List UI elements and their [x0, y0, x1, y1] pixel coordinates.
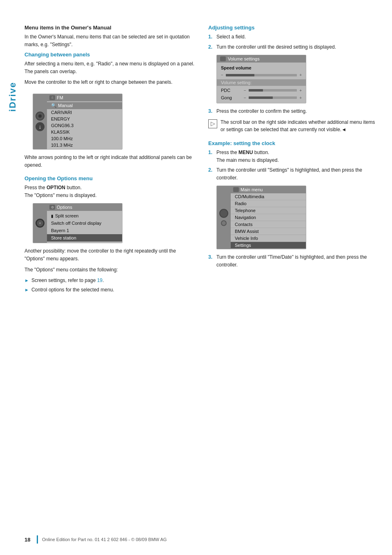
footer-text: Online Edition for Part no. 01 41 2 602 … — [42, 537, 167, 542]
changing-panels-text3: White arrows pointing to the left or rig… — [24, 154, 196, 169]
options-right-panel: ⚙ Options ▮ Split screen Switch off Cont… — [47, 204, 122, 243]
gong-bar-fill — [249, 96, 273, 99]
page-number: 18 — [24, 537, 37, 543]
speed-volume-bar-row: − + — [217, 72, 306, 78]
adjusting-step-1: 1. Select a field. — [208, 33, 380, 41]
main-row-settings: Settings — [231, 242, 306, 249]
step-num-2: 2. — [208, 43, 214, 51]
volume-setting-header: Volume setting: — [217, 79, 306, 86]
speed-vol-bar-bg — [226, 74, 297, 76]
fm-row-100mhz: 100.0 MHz — [47, 135, 122, 142]
clock-step-1: 1. Press the MENU button.The main menu i… — [208, 149, 380, 164]
options-bullet-list: ► Screen settings, refer to page 19. ► C… — [24, 277, 196, 293]
changing-panels-text1: After selecting a menu item, e.g. "Radio… — [24, 60, 196, 75]
fm-down-arrow: ↓ — [36, 122, 45, 131]
main-row-contacts: Contacts — [231, 221, 306, 228]
sidebar-label: iDrive — [7, 82, 18, 112]
fm-row-manual: 🔍 Manual — [47, 102, 122, 109]
fm-row-carivari: CARIVARI — [47, 109, 122, 116]
adjusting-step-3-list: 3. Press the controller to confirm the s… — [208, 107, 380, 115]
options-row-split: ▮ Split screen — [47, 212, 122, 219]
main-row-vehicle: Vehicle Info — [231, 235, 306, 242]
adjusting-step-3: 3. Press the controller to confirm the s… — [208, 107, 380, 115]
left-column: Menu items in the Owner's Manual In the … — [24, 25, 196, 296]
plus-pdc: + — [299, 88, 302, 93]
options-icon: ⚙ — [49, 205, 55, 210]
main-row-radio: Radio — [231, 200, 306, 207]
options-body: ▮ Split screen Switch off Control displa… — [47, 211, 122, 243]
scroll-arrow-icon: ▷ — [211, 119, 215, 128]
minus-gong: − — [244, 96, 246, 100]
clock-step-num-3: 3. — [208, 253, 214, 269]
fm-row-klassik: KLASSIK — [47, 129, 122, 135]
clock-step-3-list: 3. Turn the controller until "Time/Date"… — [208, 253, 380, 269]
clock-step-2: 2. Turn the controller until "Settings" … — [208, 166, 380, 181]
main-right-panel: Main menu CD/Multimedia Radio Telephone … — [231, 186, 306, 249]
options-bullet-2-text: Control options for the selected menu. — [31, 286, 114, 294]
clock-step-num-1: 1. — [208, 149, 214, 164]
options-controller-left — [33, 204, 47, 243]
gong-row: Gong − + — [217, 94, 306, 101]
section-heading-changing-panels: Changing between panels — [24, 51, 196, 58]
main-header: Main menu — [231, 186, 306, 193]
vol-header-label: Volume settings — [228, 56, 260, 61]
options-knob — [36, 219, 45, 228]
scroll-box: ▷ — [208, 119, 217, 128]
clock-step-text-3: Turn the controller until "Time/Date" is… — [216, 253, 380, 269]
main-left-inner — [219, 186, 228, 249]
fm-controller-left: ↓ — [33, 94, 47, 149]
main-knob — [219, 209, 228, 218]
arrow-icon-2: ► — [24, 286, 29, 294]
options-row-store: Store station — [47, 234, 122, 242]
clock-step-text-2: Turn the controller until "Settings" is … — [216, 166, 380, 181]
page-footer: 18 Online Edition for Part no. 01 41 2 6… — [0, 535, 392, 544]
fm-icon: ♫ — [49, 95, 55, 100]
page-19-link[interactable]: 19 — [97, 278, 102, 283]
main-header-label: Main menu — [241, 187, 263, 192]
main-row-telephone: Telephone — [231, 207, 306, 214]
pdc-bar-fill — [249, 89, 263, 92]
section-heading-menu-items: Menu items in the Owner's Manual — [24, 25, 196, 31]
minus-sign-speed: − — [221, 73, 223, 77]
adjusting-steps-1-2: 1. Select a field. 2. Turn the controlle… — [208, 33, 380, 51]
footer-bar — [37, 535, 38, 544]
scroll-indicator: ▷ The scroll bar on the right side indic… — [208, 119, 380, 134]
main-row-navigation: Navigation — [231, 214, 306, 221]
step-text-2: Turn the controller until the desired se… — [216, 43, 336, 51]
fm-row-101mhz: 101.3 MHz — [47, 142, 122, 148]
clock-step-num-2: 2. — [208, 166, 214, 181]
options-row-bayern: Bayern 1 — [47, 227, 122, 234]
minus-pdc: − — [244, 88, 246, 93]
pdc-bar-bg — [249, 89, 297, 92]
vol-header: Volume settings — [217, 55, 306, 63]
clock-step-3: 3. Turn the controller until "Time/Date"… — [208, 253, 380, 269]
plus-sign-speed: + — [299, 73, 302, 77]
step-text-3: Press the controller to confirm the sett… — [216, 107, 307, 115]
vol-body: Speed volume − + Volume setting: PDC − — [217, 63, 306, 103]
section-heading-adjusting: Adjusting settings — [208, 25, 380, 31]
fm-body: 🔍 Manual CARIVARI ENERGY GONG96.3 KLASSI… — [47, 101, 122, 149]
options-header: ⚙ Options — [47, 204, 122, 211]
options-header-label: Options — [57, 205, 72, 210]
gong-bar-bg — [249, 96, 297, 99]
adjusting-step-2: 2. Turn the controller until the desired… — [208, 43, 380, 51]
main-controller-left — [217, 186, 231, 249]
main-body: CD/Multimedia Radio Telephone Navigation… — [231, 193, 306, 249]
section-heading-options: Opening the Options menu — [24, 175, 196, 181]
arrow-icon-1: ► — [24, 277, 29, 284]
speed-volume-title: Speed volume — [217, 64, 306, 72]
options-screen: ⚙ Options ▮ Split screen Switch off Cont… — [33, 203, 122, 243]
pdc-row: PDC − + — [217, 87, 306, 94]
right-column: Adjusting settings 1. Select a field. 2.… — [208, 25, 380, 296]
plus-gong: + — [299, 96, 302, 100]
fm-screen: ↓ ♫ FM 🔍 Manual CARIVARI ENERGY — [33, 94, 122, 150]
options-text5: The "Options" menu contains the followin… — [24, 266, 196, 274]
speed-vol-bar-fill — [226, 74, 254, 76]
main-row-cd: CD/Multimedia — [231, 193, 306, 200]
options-text4: Another possibility: move the controller… — [24, 247, 196, 262]
section-heading-clock: Example: setting the clock — [208, 140, 380, 146]
pdc-label: PDC — [221, 88, 241, 93]
changing-panels-text2: Move the controller to the left or right… — [24, 78, 196, 86]
main-icon — [233, 187, 239, 192]
main-menu-screen: Main menu CD/Multimedia Radio Telephone … — [216, 186, 306, 249]
